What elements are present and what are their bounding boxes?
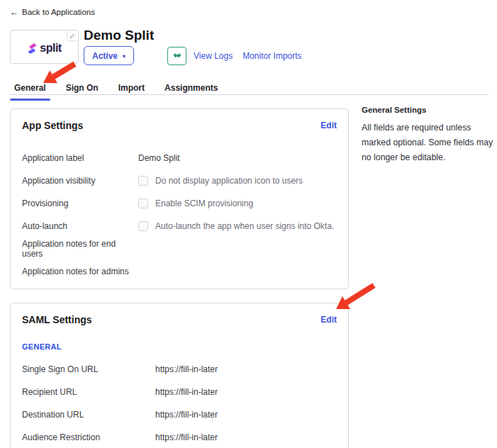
- split-logo-text: split: [40, 42, 61, 55]
- chevron-down-icon: ▾: [123, 53, 125, 60]
- edit-logo-button[interactable]: [67, 30, 78, 41]
- scim-checkbox-label: Enable SCIM provisioning: [155, 198, 253, 208]
- view-logs-link[interactable]: View Logs: [194, 51, 233, 61]
- tab-bar: General Sign On Import Assignments: [10, 79, 233, 101]
- saml-settings-card: SAML Settings Edit GENERAL Single Sign O…: [10, 303, 349, 448]
- help-panel: General Settings All fields are required…: [362, 106, 493, 165]
- app-actions-row: Active ▾ View Logs Monitor Imports: [84, 46, 302, 65]
- split-logo-mark-icon: [27, 43, 38, 55]
- tab-sign-on[interactable]: Sign On: [62, 79, 103, 101]
- saml-settings-title: SAML Settings: [22, 314, 92, 325]
- back-link-label: Back to Applications: [22, 8, 95, 16]
- status-dropdown-button[interactable]: Active ▾: [84, 46, 134, 65]
- row-recipient-url: Recipient URL https://fill-in-later: [22, 381, 337, 403]
- saml-settings-edit-link[interactable]: Edit: [320, 315, 337, 325]
- scim-provisioning-checkbox[interactable]: [138, 198, 148, 208]
- row-notes-end-users: Application notes for end users: [22, 237, 337, 260]
- row-provisioning: Provisioning Enable SCIM provisioning: [22, 192, 337, 215]
- status-label: Active: [92, 51, 118, 61]
- row-auto-launch: Auto-launch Auto-launch the app when use…: [22, 215, 337, 237]
- back-to-applications-link[interactable]: ← Back to Applications: [10, 7, 95, 17]
- auto-launch-checkbox-label: Auto-launch the app when user signs into…: [155, 221, 334, 231]
- back-arrow-icon: ←: [10, 7, 18, 17]
- okta-app-page: ← Back to Applications split: [0, 0, 497, 448]
- tab-general[interactable]: General: [10, 79, 50, 101]
- help-panel-description: All fields are required unless marked op…: [362, 121, 493, 165]
- monitor-imports-link[interactable]: Monitor Imports: [242, 51, 301, 61]
- split-logo: split: [27, 42, 61, 55]
- row-application-visibility: Application visibility Do not display ap…: [22, 169, 337, 192]
- tab-import[interactable]: Import: [114, 79, 149, 101]
- row-single-sign-on-url: Single Sign On URL https://fill-in-later: [22, 358, 337, 381]
- application-label-value: Demo Split: [138, 153, 180, 163]
- app-logo-box[interactable]: split: [10, 30, 79, 64]
- tab-bar-divider: [10, 94, 488, 95]
- visibility-checkbox[interactable]: [138, 176, 148, 186]
- handshake-icon: [172, 52, 182, 59]
- page-title: Demo Split: [84, 28, 154, 43]
- app-settings-edit-link[interactable]: Edit: [320, 121, 337, 130]
- row-audience-restriction: Audience Restriction https://fill-in-lat…: [22, 426, 337, 448]
- row-destination-url: Destination URL https://fill-in-later: [22, 403, 337, 426]
- provisioning-status-button[interactable]: [167, 47, 186, 65]
- help-panel-title: General Settings: [362, 106, 493, 114]
- visibility-checkbox-label: Do not display application icon to users: [155, 176, 303, 186]
- row-notes-admins: Application notes for admins: [22, 260, 337, 283]
- pencil-icon: [69, 33, 76, 39]
- tab-assignments[interactable]: Assignments: [160, 79, 222, 101]
- saml-general-section-label: GENERAL: [22, 342, 337, 351]
- app-settings-title: App Settings: [22, 120, 83, 131]
- row-application-label: Application label Demo Split: [22, 147, 337, 169]
- auto-launch-checkbox[interactable]: [138, 221, 148, 231]
- app-settings-card: App Settings Edit Application label Demo…: [10, 108, 349, 289]
